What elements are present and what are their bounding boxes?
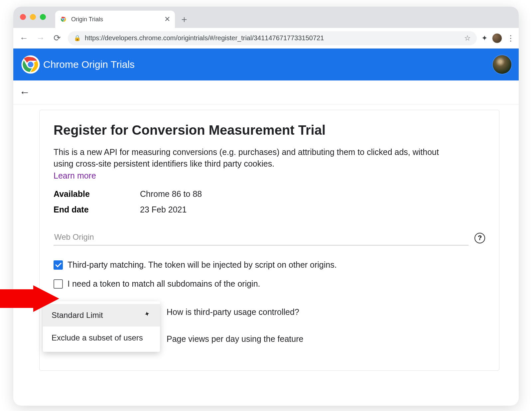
back-row: ← (13, 80, 519, 104)
chrome-favicon-icon (60, 16, 67, 23)
close-window-icon[interactable] (20, 14, 26, 20)
subdomains-checkbox-label: I need a token to match all subdomains o… (67, 279, 260, 289)
thirdparty-usage-question: How is third-party usage controlled? (167, 307, 485, 317)
registration-card: Register for Conversion Measurement Tria… (39, 110, 499, 371)
address-bar[interactable]: 🔒 https://developers.chrome.com/origintr… (68, 31, 477, 45)
url-text: https://developers.chrome.com/origintria… (85, 34, 324, 42)
cursor-icon: ✦ (143, 309, 151, 319)
minimize-window-icon[interactable] (30, 14, 36, 20)
page-description: This is a new API for measuring conversi… (54, 146, 446, 170)
window-controls (20, 14, 46, 20)
app-header: Chrome Origin Trials (13, 49, 519, 80)
browser-tab[interactable]: Origin Trials ✕ (55, 11, 175, 28)
back-arrow-icon[interactable]: ← (19, 86, 30, 98)
available-label: Available (54, 189, 140, 199)
lock-icon: 🔒 (74, 35, 81, 42)
svg-marker-0 (0, 285, 59, 312)
titlebar: Origin Trials ✕ ＋ (13, 7, 519, 28)
dropdown-option-standard[interactable]: Standard Limit ✦ (43, 304, 160, 327)
profile-avatar-small[interactable] (492, 33, 502, 43)
browser-window: Origin Trials ✕ ＋ ← → ⟳ 🔒 https://develo… (13, 7, 519, 406)
enddate-label: End date (54, 205, 140, 214)
tab-title: Origin Trials (71, 16, 160, 23)
reload-icon[interactable]: ⟳ (51, 33, 63, 43)
pageviews-label: Page views per day using the feature (167, 334, 485, 344)
browser-menu-icon[interactable]: ⋮ (507, 34, 514, 43)
meta-table: Available Chrome 86 to 88 End date 23 Fe… (54, 189, 485, 214)
thirdparty-checkbox[interactable] (54, 260, 63, 270)
available-value: Chrome 86 to 88 (140, 189, 202, 199)
browser-toolbar: ← → ⟳ 🔒 https://developers.chrome.com/or… (13, 28, 519, 49)
help-icon[interactable]: ? (474, 233, 485, 243)
nav-back-icon[interactable]: ← (18, 33, 30, 43)
extensions-icon[interactable]: ✦ (481, 34, 487, 43)
page-title: Register for Conversion Measurement Tria… (54, 123, 485, 138)
profile-avatar-large[interactable] (493, 55, 511, 74)
new-tab-button[interactable]: ＋ (178, 13, 191, 26)
nav-forward-icon[interactable]: → (35, 33, 47, 43)
bookmark-star-icon[interactable]: ☆ (464, 34, 471, 43)
maximize-window-icon[interactable] (40, 14, 46, 20)
usage-limit-dropdown[interactable]: Standard Limit ✦ Exclude a subset of use… (43, 301, 160, 352)
dropdown-option-exclude[interactable]: Exclude a subset of users (43, 327, 160, 349)
thirdparty-checkbox-label: Third-party matching. The token will be … (67, 260, 337, 270)
learn-more-link[interactable]: Learn more (54, 171, 96, 180)
enddate-value: 23 Feb 2021 (140, 205, 187, 214)
chrome-logo-icon (21, 55, 41, 74)
web-origin-input[interactable] (54, 230, 468, 245)
app-title: Chrome Origin Trials (43, 59, 135, 70)
annotation-arrow-icon (0, 285, 60, 312)
close-tab-icon[interactable]: ✕ (164, 15, 170, 24)
